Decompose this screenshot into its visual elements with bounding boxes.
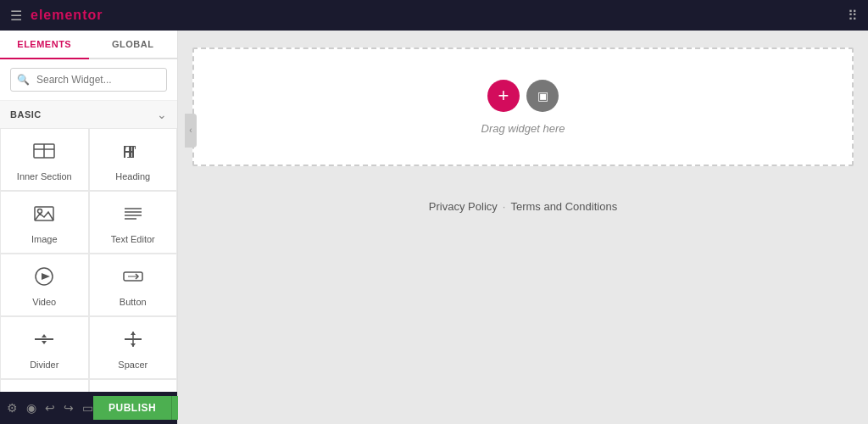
terms-link[interactable]: Terms and Conditions bbox=[510, 200, 617, 213]
tab-global[interactable]: GLOBAL bbox=[89, 31, 178, 58]
widget-text-editor[interactable]: Text Editor bbox=[89, 191, 178, 254]
search-bar: 🔍 bbox=[0, 59, 177, 101]
widget-label-spacer: Spacer bbox=[118, 360, 147, 370]
widget-button[interactable]: Button bbox=[89, 254, 178, 316]
publish-button[interactable]: PUBLISH bbox=[93, 396, 172, 420]
svg-marker-23 bbox=[131, 343, 136, 347]
footer-separator: · bbox=[503, 200, 506, 213]
button-icon bbox=[121, 265, 145, 292]
add-section-button[interactable]: + bbox=[487, 80, 520, 112]
section-header: BASIC ⌄ bbox=[0, 101, 177, 128]
undo-icon[interactable]: ↩ bbox=[45, 401, 55, 415]
widget-divider[interactable]: Divider bbox=[0, 316, 89, 379]
svg-rect-7 bbox=[35, 207, 53, 220]
search-input[interactable] bbox=[10, 68, 167, 92]
widget-label-inner-section: Inner Section bbox=[17, 171, 72, 181]
widget-image[interactable]: Image bbox=[0, 191, 89, 254]
widget-inner-section[interactable]: Inner Section bbox=[0, 128, 89, 191]
search-icon: 🔍 bbox=[17, 74, 30, 86]
video-icon bbox=[32, 265, 56, 292]
widget-label-text-editor: Text Editor bbox=[111, 234, 155, 244]
top-bar: ☰ elementor ⠿ bbox=[0, 0, 868, 31]
inner-section-icon bbox=[32, 139, 56, 166]
section-title: BASIC bbox=[10, 109, 42, 120]
grid-icon[interactable]: ⠿ bbox=[848, 8, 858, 24]
hamburger-icon[interactable]: ☰ bbox=[10, 8, 22, 24]
settings-icon[interactable]: ⚙ bbox=[7, 401, 18, 415]
add-template-button[interactable]: ▣ bbox=[526, 80, 559, 112]
widget-video[interactable]: Video bbox=[0, 254, 89, 316]
section-toggle-icon[interactable]: ⌄ bbox=[157, 108, 167, 121]
left-panel: ELEMENTS GLOBAL 🔍 BASIC ⌄ bbox=[0, 31, 178, 424]
text-editor-icon bbox=[121, 202, 145, 229]
heading-icon: T bbox=[121, 139, 145, 166]
widget-label-video: Video bbox=[32, 297, 56, 307]
bottom-icons: ⚙ ◉ ↩ ↪ ▭ bbox=[7, 401, 93, 415]
redo-icon[interactable]: ↪ bbox=[64, 401, 74, 415]
main-layout: ELEMENTS GLOBAL 🔍 BASIC ⌄ bbox=[0, 31, 868, 424]
responsive-icon[interactable]: ▭ bbox=[82, 401, 93, 415]
svg-marker-14 bbox=[42, 273, 50, 280]
privacy-policy-link[interactable]: Privacy Policy bbox=[429, 200, 498, 213]
svg-point-8 bbox=[38, 209, 42, 214]
widget-label-button: Button bbox=[120, 297, 147, 307]
svg-marker-18 bbox=[42, 334, 47, 338]
widget-google-maps[interactable]: Google Maps bbox=[0, 379, 89, 392]
widget-label-image: Image bbox=[31, 234, 58, 244]
canvas-area: ‹ + ▣ Drag widget here Privacy Policy · … bbox=[178, 31, 868, 424]
widget-heading[interactable]: T Heading bbox=[89, 128, 178, 191]
collapse-panel-handle[interactable]: ‹ bbox=[185, 114, 197, 148]
canvas-wrapper: ‹ + ▣ Drag widget here Privacy Policy · … bbox=[195, 47, 851, 213]
spacer-icon bbox=[121, 327, 145, 354]
drop-zone: + ▣ Drag widget here bbox=[192, 47, 854, 166]
elementor-logo: elementor bbox=[31, 8, 103, 23]
canvas-footer: Privacy Policy · Terms and Conditions bbox=[429, 200, 617, 213]
tab-elements[interactable]: ELEMENTS bbox=[0, 31, 89, 59]
divider-icon bbox=[32, 327, 56, 354]
panel-tabs: ELEMENTS GLOBAL bbox=[0, 31, 177, 59]
bottom-bar: ⚙ ◉ ↩ ↪ ▭ PUBLISH ▲ bbox=[0, 392, 177, 424]
theme-icon[interactable]: ◉ bbox=[26, 401, 36, 415]
widget-spacer[interactable]: Spacer bbox=[89, 316, 178, 379]
widget-label-divider: Divider bbox=[30, 360, 58, 370]
image-icon bbox=[32, 202, 56, 229]
widget-grid: Inner Section T Heading bbox=[0, 128, 177, 392]
svg-marker-22 bbox=[131, 332, 136, 335]
svg-marker-19 bbox=[42, 341, 47, 344]
widget-icon[interactable]: Icon bbox=[89, 379, 178, 392]
widget-label-heading: Heading bbox=[115, 171, 150, 181]
drop-zone-buttons: + ▣ bbox=[487, 80, 559, 112]
drop-hint: Drag widget here bbox=[481, 122, 565, 135]
